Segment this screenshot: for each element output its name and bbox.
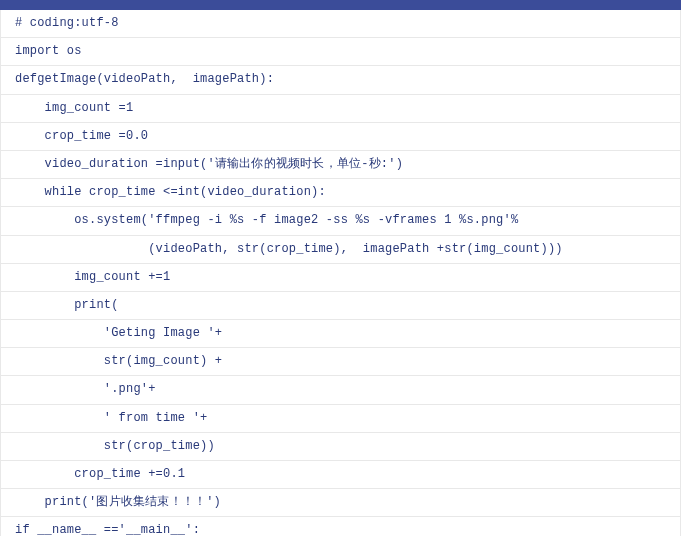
code-line: if __name__ =='__main__': <box>1 517 680 536</box>
code-line: 'Geting Image '+ <box>1 320 680 348</box>
code-line: ' from time '+ <box>1 405 680 433</box>
code-line: defgetImage(videoPath, imagePath): <box>1 66 680 94</box>
code-line: '.png'+ <box>1 376 680 404</box>
top-banner <box>0 0 681 10</box>
code-line: print('图片收集结束！！！') <box>1 489 680 517</box>
code-line: print( <box>1 292 680 320</box>
code-line: # coding:utf-8 <box>1 10 680 38</box>
code-line: os.system('ffmpeg -i %s -f image2 -ss %s… <box>1 207 680 235</box>
code-line: (videoPath, str(crop_time), imagePath +s… <box>1 236 680 264</box>
code-line: crop_time +=0.1 <box>1 461 680 489</box>
code-line: img_count =1 <box>1 95 680 123</box>
code-line: while crop_time <=int(video_duration): <box>1 179 680 207</box>
code-block: # coding:utf-8 import os defgetImage(vid… <box>0 10 681 536</box>
code-line: str(crop_time)) <box>1 433 680 461</box>
code-line: crop_time =0.0 <box>1 123 680 151</box>
code-line: video_duration =input('请输出你的视频时长，单位-秒:') <box>1 151 680 179</box>
code-line: img_count +=1 <box>1 264 680 292</box>
code-line: str(img_count) + <box>1 348 680 376</box>
code-line: import os <box>1 38 680 66</box>
